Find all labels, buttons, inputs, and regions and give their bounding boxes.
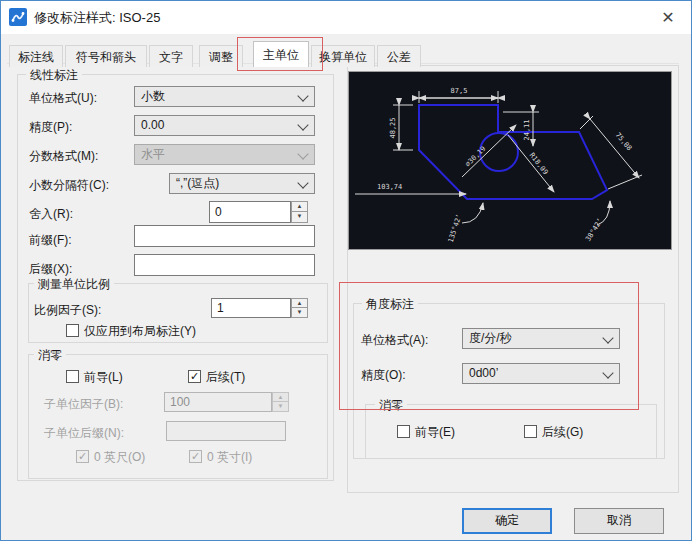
dialog-modify-dim-style: 修改标注样式: ISO-25 ✕ 标注线 符号和箭头 文字 调整 主单位 换算单…: [0, 0, 692, 541]
suffix-input[interactable]: [134, 254, 315, 276]
ok-button[interactable]: 确定: [462, 508, 552, 534]
zero-inches-checkbox: ✓: [189, 450, 202, 463]
zero-feet-label: 0 英尺(O): [94, 449, 145, 466]
spin-down-icon: ▼: [272, 402, 289, 412]
chevron-down-icon: [297, 177, 308, 188]
angular-precision-label: 精度(O):: [361, 367, 406, 384]
scale-factor-label: 比例因子(S):: [34, 302, 101, 319]
layout-only-label: 仅应用到布局标注(Y): [84, 323, 196, 340]
sub-unit-suffix-input: [166, 421, 286, 441]
group-zero-suppression-angular-title: 消零: [375, 397, 407, 414]
spin-up-icon: ▲: [272, 392, 289, 402]
spin-up-icon[interactable]: ▲: [291, 201, 308, 212]
decimal-separator-select[interactable]: “,”(逗点): [169, 173, 315, 194]
preview-part-outline: [419, 105, 607, 199]
window-title: 修改标注样式: ISO-25: [34, 9, 160, 27]
scale-factor-spinner: ▲ ▼: [291, 298, 308, 318]
round-off-label: 舍入(R):: [29, 206, 73, 223]
preview-dim-text: 38°42’: [584, 217, 604, 243]
chevron-down-icon: [297, 119, 308, 130]
angular-precision-value: 0d00’: [469, 366, 498, 380]
fraction-format-label: 分数格式(M):: [29, 148, 98, 165]
tab-dim-lines[interactable]: 标注线: [9, 45, 63, 67]
spin-up-icon[interactable]: ▲: [291, 298, 308, 308]
tab-alternate-units[interactable]: 换算单位: [311, 45, 375, 67]
fraction-format-value: 水平: [141, 147, 165, 161]
group-zero-suppression-linear-title: 消零: [34, 347, 66, 364]
scale-factor-input[interactable]: [211, 298, 291, 318]
decimal-separator-label: 小数分隔符(C):: [29, 177, 109, 194]
preview-dim-text: 75,08: [614, 131, 634, 152]
chevron-down-icon: [602, 367, 613, 378]
precision-label: 精度(P):: [29, 119, 72, 136]
angular-leading-zeros-checkbox[interactable]: [397, 425, 410, 438]
tab-tolerances[interactable]: 公差: [377, 45, 421, 67]
angular-trailing-zeros-checkbox[interactable]: [524, 425, 537, 438]
preview-dim-text: 24,11: [523, 119, 531, 140]
tab-primary-units[interactable]: 主单位: [253, 41, 309, 67]
chevron-down-icon: [602, 332, 613, 343]
close-icon[interactable]: ✕: [655, 5, 681, 31]
unit-format-value: 小数: [141, 89, 165, 103]
prefix-label: 前缀(F):: [29, 232, 72, 249]
check-mark-icon: ✓: [78, 450, 87, 462]
sub-unit-factor-label: 子单位因子(B):: [44, 396, 123, 413]
unit-format-label: 单位格式(U):: [29, 90, 97, 107]
unit-format-select[interactable]: 小数: [134, 86, 315, 107]
chevron-down-icon: [297, 90, 308, 101]
layout-only-checkbox[interactable]: [66, 324, 79, 337]
style-preview-image: 87,5 48,25 24,11 ⌀30,19 R18,09 75,08 103…: [348, 71, 672, 250]
fraction-format-select: 水平: [134, 144, 315, 165]
angular-precision-select[interactable]: 0d00’: [462, 363, 620, 384]
preview-dim-text: 87,5: [451, 87, 468, 95]
chevron-down-icon: [297, 148, 308, 159]
check-mark-icon: ✓: [190, 370, 199, 382]
sub-unit-suffix-label: 子单位后缀(N):: [44, 425, 124, 442]
decimal-separator-value: “,”(逗点): [176, 176, 219, 190]
title-bar: 修改标注样式: ISO-25 ✕: [1, 1, 691, 34]
preview-dim-text: 48,25: [389, 117, 397, 138]
spin-down-icon[interactable]: ▼: [291, 212, 308, 223]
trailing-zeros-label: 后续(T): [206, 369, 245, 386]
check-mark-icon: ✓: [191, 450, 200, 462]
precision-value: 0.00: [141, 118, 164, 132]
spin-down-icon[interactable]: ▼: [291, 308, 308, 318]
leading-zeros-label: 前导(L): [84, 369, 123, 386]
zero-inches-label: 0 英寸(I): [207, 449, 252, 466]
tab-fit[interactable]: 调整: [199, 45, 243, 67]
angular-trailing-zeros-label: 后续(G): [542, 424, 583, 441]
angular-unit-format-value: 度/分/秒: [469, 331, 512, 345]
round-off-spinner: ▲ ▼: [291, 201, 308, 223]
angular-unit-format-select[interactable]: 度/分/秒: [462, 328, 620, 349]
tab-symbols-arrows[interactable]: 符号和箭头: [65, 45, 147, 67]
sub-unit-factor-spinner: ▲ ▼: [272, 392, 289, 412]
group-measurement-scale-title: 测量单位比例: [34, 276, 114, 293]
round-off-input[interactable]: [209, 201, 291, 223]
group-linear-title: 线性标注: [26, 67, 82, 84]
tab-text[interactable]: 文字: [149, 45, 193, 67]
prefix-input[interactable]: [134, 225, 315, 247]
group-angular-title: 角度标注: [362, 296, 418, 313]
preview-dim-text: 135°42’: [447, 213, 464, 244]
app-icon: [9, 8, 27, 26]
cancel-button[interactable]: 取消: [574, 508, 664, 534]
preview-dim-text: 103,74: [377, 183, 402, 191]
zero-feet-checkbox: ✓: [76, 450, 89, 463]
leading-zeros-checkbox[interactable]: [66, 370, 79, 383]
angular-leading-zeros-label: 前导(E): [415, 424, 455, 441]
tab-strip: 标注线 符号和箭头 文字 调整 主单位 换算单位 公差: [9, 41, 423, 67]
sub-unit-factor-input: [164, 392, 272, 412]
angular-unit-format-label: 单位格式(A):: [361, 332, 428, 349]
precision-select[interactable]: 0.00: [134, 115, 315, 136]
trailing-zeros-checkbox[interactable]: ✓: [188, 370, 201, 383]
